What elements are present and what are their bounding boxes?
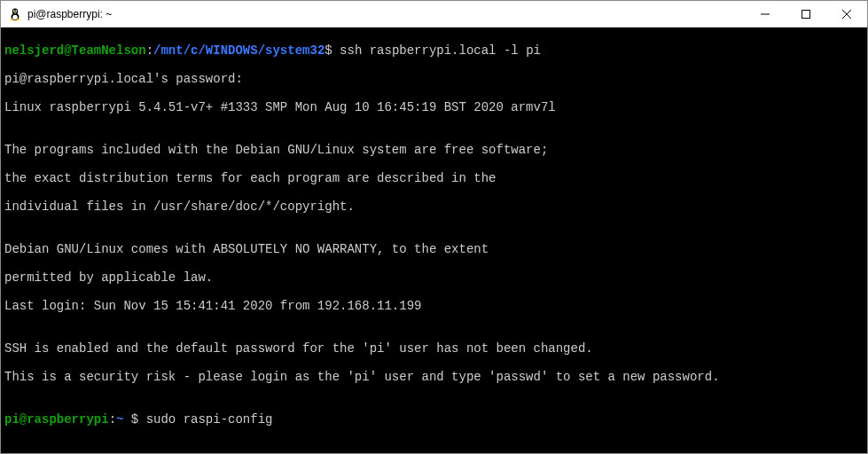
tux-icon xyxy=(8,7,22,21)
svg-point-6 xyxy=(16,11,17,12)
prompt-path: ~ xyxy=(116,412,131,427)
terminal-line: individual files in /usr/share/doc/*/cop… xyxy=(4,200,864,214)
svg-point-7 xyxy=(11,19,14,20)
terminal-window: pi@raspberrypi: ~ nelsjerd@TeamNelson:/m… xyxy=(0,0,868,454)
prompt-sep: : xyxy=(146,43,153,58)
svg-point-5 xyxy=(14,11,15,12)
terminal-line: the exact distribution terms for each pr… xyxy=(4,171,864,185)
terminal-line: The programs included with the Debian GN… xyxy=(4,143,864,157)
titlebar[interactable]: pi@raspberrypi: ~ xyxy=(1,1,867,27)
terminal-line: Linux raspberrypi 5.4.51-v7+ #1333 SMP M… xyxy=(4,100,864,114)
command-text: ssh raspberrypi.local -l pi xyxy=(340,43,541,58)
window-controls xyxy=(745,1,867,27)
terminal-line: Debian GNU/Linux comes with ABSOLUTELY N… xyxy=(4,242,864,256)
minimize-button[interactable] xyxy=(745,1,786,27)
prompt-path: /mnt/c/WINDOWS/system32 xyxy=(153,43,325,58)
terminal-line: Last login: Sun Nov 15 15:41:41 2020 fro… xyxy=(4,299,864,313)
terminal-line: pi@raspberrypi:~ $ sudo raspi-config xyxy=(4,412,864,427)
prompt-end: $ xyxy=(325,43,340,58)
prompt-end: $ xyxy=(131,412,146,427)
terminal-area[interactable]: nelsjerd@TeamNelson:/mnt/c/WINDOWS/syste… xyxy=(1,27,867,453)
command-text: sudo raspi-config xyxy=(146,412,273,427)
prompt-user: pi@raspberrypi xyxy=(4,412,109,427)
terminal-line: permitted by applicable law. xyxy=(4,270,864,285)
terminal-line: This is a security risk - please login a… xyxy=(4,370,864,384)
svg-point-8 xyxy=(17,19,20,20)
close-button[interactable] xyxy=(826,1,867,27)
terminal-line: pi@raspberrypi.local's password: xyxy=(4,72,864,86)
prompt-sep: : xyxy=(109,412,116,427)
prompt-user: nelsjerd@TeamNelson xyxy=(4,43,146,58)
terminal-line: nelsjerd@TeamNelson:/mnt/c/WINDOWS/syste… xyxy=(4,43,864,58)
svg-rect-10 xyxy=(802,10,810,18)
window-title: pi@raspberrypi: ~ xyxy=(27,8,745,20)
terminal-line: SSH is enabled and the default password … xyxy=(4,341,864,356)
maximize-button[interactable] xyxy=(786,1,826,27)
